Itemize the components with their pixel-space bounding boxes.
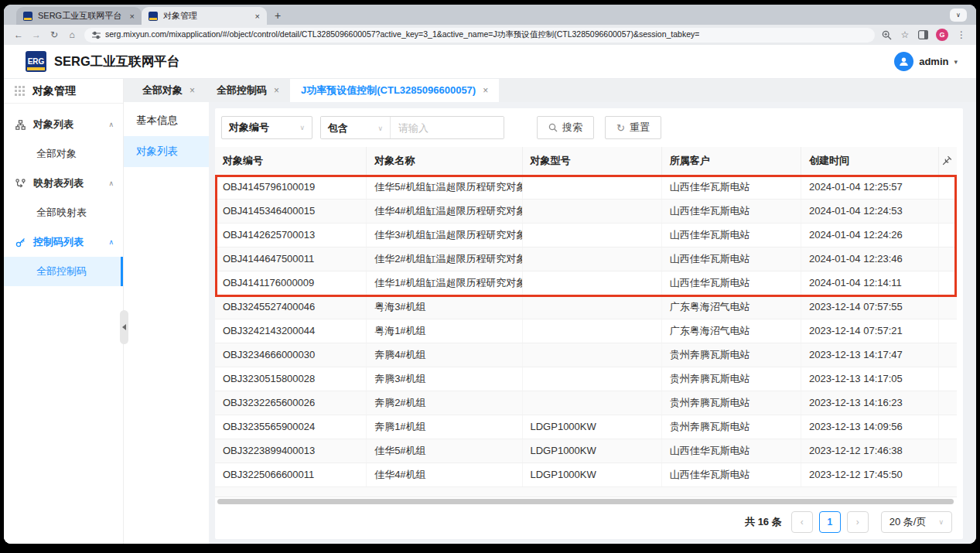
- sidebar-group-label: 映射表列表: [33, 176, 108, 190]
- tab-all-control-codes[interactable]: 全部控制码 ×: [206, 79, 290, 102]
- new-tab-button[interactable]: +: [275, 9, 281, 22]
- total-count-label: 共 16 条: [745, 515, 782, 529]
- cell-created-time: 2024-01-04 12:14:11: [801, 271, 939, 295]
- next-page-button[interactable]: ›: [847, 511, 869, 533]
- page-title: SERG工业互联网平台: [54, 53, 179, 70]
- reset-button[interactable]: ↻ 重置: [605, 116, 661, 139]
- close-icon[interactable]: ×: [483, 85, 488, 96]
- table-row[interactable]: OBJ3225066600011 佳华4#机组 LDGP1000KW 山西佳华瓦…: [215, 463, 957, 486]
- table-row[interactable]: OBJ4144647500011 佳华2#机组缸温超限历程研究对象 山西佳华瓦斯…: [215, 247, 957, 271]
- browser-tab-object-mgmt[interactable]: 对象管理 ×: [142, 7, 267, 25]
- site-info-icon[interactable]: [92, 31, 101, 39]
- cell-created-time: 2023-12-13 14:16:23: [801, 391, 939, 415]
- subnav-label: 对象列表: [136, 145, 178, 159]
- table-row[interactable]: OBJ3223899400013 佳华5#机组 LDGP1000KW 山西佳华瓦…: [215, 439, 957, 463]
- browser-menu-icon[interactable]: ⋮: [956, 29, 967, 40]
- table-row[interactable]: OBJ4145796100019 佳华5#机组缸温超限历程研究对象 山西佳华瓦斯…: [215, 175, 957, 199]
- cell-object-model: [522, 295, 661, 319]
- logo-text: ERG: [28, 57, 45, 66]
- prev-page-button[interactable]: ‹: [791, 511, 813, 533]
- cell-object-id: OBJ3235565900024: [215, 415, 367, 439]
- cell-object-name: 奔腾4#机组: [367, 343, 522, 367]
- home-icon[interactable]: ⌂: [67, 29, 77, 40]
- page-size-value: 20 条/页: [890, 515, 927, 529]
- table-row[interactable]: OBJ4142625700013 佳华3#机组缸温超限历程研究对象 山西佳华瓦斯…: [215, 223, 957, 247]
- chevron-down-icon: ∨: [299, 124, 305, 131]
- chevron-down-icon: ∨: [956, 12, 961, 19]
- subnav-object-list[interactable]: 对象列表: [124, 136, 209, 167]
- close-icon[interactable]: ×: [274, 85, 279, 96]
- subnav-basic-info[interactable]: 基本信息: [124, 105, 209, 136]
- cell-object-id: OBJ4141176000009: [215, 271, 367, 295]
- serg-logo: ERG: [26, 51, 46, 72]
- side-panel-icon[interactable]: [918, 30, 928, 39]
- serg-favicon-icon: [149, 12, 158, 21]
- back-icon[interactable]: ←: [13, 29, 24, 40]
- address-bar[interactable]: serg.mixyun.com/mixapplication/#/object/…: [84, 28, 875, 43]
- table-row[interactable]: OBJ3232265600026 奔腾2#机组 贵州奔腾瓦斯电站 2023-12…: [215, 391, 957, 415]
- chevron-down-icon: ∨: [938, 518, 944, 526]
- close-icon[interactable]: ×: [130, 12, 135, 21]
- cluster-icon: [15, 120, 26, 130]
- bookmark-star-icon[interactable]: ☆: [900, 29, 910, 40]
- close-icon[interactable]: ×: [255, 12, 260, 21]
- pin-icon[interactable]: [942, 155, 952, 166]
- browser-window: SERG工业互联网平台 × 对象管理 × + ∨ ← → ↻ ⌂ serg.mi…: [4, 5, 976, 544]
- user-menu[interactable]: admin ▾: [894, 52, 958, 71]
- table-row[interactable]: OBJ4141176000009 佳华1#机组缸温超限历程研究对象 山西佳华瓦斯…: [215, 271, 957, 295]
- cell-object-model: LDGP1000KW: [522, 415, 661, 439]
- sidebar-item-label: 全部控制码: [36, 265, 87, 278]
- app-header: ERG SERG工业互联网平台 admin ▾: [4, 45, 976, 79]
- select-value: 对象编号: [229, 121, 269, 135]
- chevron-right-icon: ›: [856, 517, 859, 527]
- zoom-icon[interactable]: [882, 30, 892, 40]
- key-icon: [15, 237, 26, 247]
- filter-operator-select[interactable]: 包含 ∨: [321, 117, 391, 139]
- sidebar-collapse-handle[interactable]: [120, 310, 128, 344]
- browser-tab-serg[interactable]: SERG工业互联网平台 ×: [16, 7, 142, 25]
- tab-search-button[interactable]: ∨: [950, 9, 967, 22]
- sidebar-item-all-objects[interactable]: 全部对象: [4, 139, 123, 169]
- cell-object-id: OBJ4145796100019: [215, 175, 367, 199]
- tab-all-objects[interactable]: 全部对象 ×: [131, 79, 206, 102]
- cell-customer: 贵州奔腾瓦斯电站: [661, 343, 801, 367]
- search-button[interactable]: 搜索: [537, 116, 594, 139]
- browser-profile-avatar[interactable]: G: [936, 29, 948, 41]
- branch-icon: [15, 179, 26, 189]
- table-row[interactable]: OBJ3242143200044 粤海1#机组 广东粤海沼气电站 2023-12…: [215, 319, 957, 343]
- tab-control-detail[interactable]: J功率预设值控制(CTL3285096600057) ×: [290, 79, 499, 102]
- tab-label: J功率预设值控制(CTL3285096600057): [301, 84, 476, 97]
- close-icon[interactable]: ×: [190, 85, 195, 96]
- table-row[interactable]: OBJ3235565900024 奔腾1#机组 LDGP1000KW 贵州奔腾瓦…: [215, 415, 957, 439]
- page-1-button[interactable]: 1: [819, 511, 841, 533]
- sidebar-item-all-mappings[interactable]: 全部映射表: [4, 198, 123, 227]
- cell-customer: 贵州奔腾瓦斯电站: [661, 391, 801, 415]
- forward-icon[interactable]: →: [31, 29, 42, 40]
- cell-object-model: LDGP1000KW: [522, 463, 661, 486]
- reload-icon[interactable]: ↻: [49, 29, 60, 40]
- filter-field-select[interactable]: 对象编号 ∨: [221, 116, 312, 139]
- sidebar-group-object-list[interactable]: 对象列表 ∧: [4, 110, 123, 139]
- cell-settings: [939, 199, 957, 223]
- sidebar-group-control-codes[interactable]: 控制码列表 ∧: [4, 227, 123, 257]
- cell-created-time: 2023-12-13 14:09:56: [801, 415, 939, 439]
- cell-settings: [939, 463, 957, 486]
- cell-object-name: 佳华2#机组缸温超限历程研究对象: [367, 247, 522, 271]
- sidebar-group-mapping-list[interactable]: 映射表列表 ∧: [4, 169, 123, 198]
- sidebar-item-all-control-codes[interactable]: 全部控制码: [4, 257, 123, 286]
- chevron-up-icon: ∧: [108, 179, 114, 187]
- cell-object-name: 佳华4#机组缸温超限历程研究对象: [367, 199, 522, 223]
- page-size-select[interactable]: 20 条/页 ∨: [881, 511, 952, 533]
- grid-icon: [15, 86, 25, 96]
- horizontal-scrollbar[interactable]: [217, 499, 954, 504]
- object-table: 对象编号 对象名称 对象型号 所属客户 创建时间: [215, 147, 957, 487]
- filter-input[interactable]: [391, 117, 504, 138]
- table-row[interactable]: OBJ4145346400015 佳华4#机组缸温超限历程研究对象 山西佳华瓦斯…: [215, 199, 957, 223]
- browser-toolbar: ← → ↻ ⌂ serg.mixyun.com/mixapplication/#…: [4, 25, 976, 45]
- cell-object-id: OBJ3234666000030: [215, 343, 367, 367]
- table-row[interactable]: OBJ3234666000030 奔腾4#机组 贵州奔腾瓦斯电站 2023-12…: [215, 343, 957, 367]
- table-row[interactable]: OBJ3230515800028 奔腾3#机组 贵州奔腾瓦斯电站 2023-12…: [215, 367, 957, 391]
- search-icon: [548, 123, 558, 132]
- table-row[interactable]: OBJ3245527400046 粤海3#机组 广东粤海沼气电站 2023-12…: [215, 295, 957, 319]
- cell-settings: [939, 295, 957, 319]
